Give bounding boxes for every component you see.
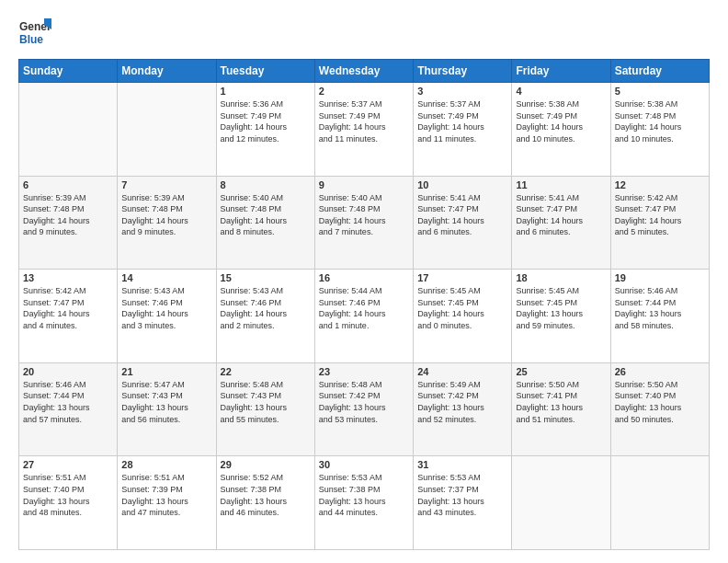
day-number: 7 <box>121 179 211 190</box>
calendar-cell: 13Sunrise: 5:42 AM Sunset: 7:47 PM Dayli… <box>19 270 118 363</box>
calendar-cell: 25Sunrise: 5:50 AM Sunset: 7:41 PM Dayli… <box>512 362 610 456</box>
day-info: Sunrise: 5:39 AM Sunset: 7:48 PM Dayligh… <box>121 192 211 238</box>
day-number: 31 <box>417 459 507 470</box>
day-number: 19 <box>615 272 705 283</box>
calendar-cell: 10Sunrise: 5:41 AM Sunset: 7:47 PM Dayli… <box>414 176 512 270</box>
weekday-header-tuesday: Tuesday <box>216 60 314 83</box>
day-info: Sunrise: 5:38 AM Sunset: 7:48 PM Dayligh… <box>615 98 705 144</box>
day-number: 18 <box>516 272 606 283</box>
calendar-cell: 12Sunrise: 5:42 AM Sunset: 7:47 PM Dayli… <box>610 176 709 270</box>
day-number: 14 <box>121 272 211 283</box>
week-row-5: 27Sunrise: 5:51 AM Sunset: 7:40 PM Dayli… <box>19 456 710 550</box>
day-number: 25 <box>516 366 606 377</box>
day-info: Sunrise: 5:44 AM Sunset: 7:46 PM Dayligh… <box>319 285 409 331</box>
day-info: Sunrise: 5:50 AM Sunset: 7:40 PM Dayligh… <box>615 379 705 425</box>
day-info: Sunrise: 5:42 AM Sunset: 7:47 PM Dayligh… <box>615 192 705 238</box>
calendar-cell: 28Sunrise: 5:51 AM Sunset: 7:39 PM Dayli… <box>118 456 216 550</box>
weekday-header-friday: Friday <box>512 60 610 83</box>
day-info: Sunrise: 5:45 AM Sunset: 7:45 PM Dayligh… <box>417 285 507 331</box>
day-number: 26 <box>615 366 705 377</box>
day-info: Sunrise: 5:40 AM Sunset: 7:48 PM Dayligh… <box>221 192 311 238</box>
calendar-cell: 24Sunrise: 5:49 AM Sunset: 7:42 PM Dayli… <box>414 362 512 456</box>
day-info: Sunrise: 5:43 AM Sunset: 7:46 PM Dayligh… <box>121 285 211 331</box>
day-number: 12 <box>615 179 705 190</box>
day-number: 30 <box>319 459 409 470</box>
weekday-header-sunday: Sunday <box>19 60 118 83</box>
day-number: 9 <box>319 179 409 190</box>
calendar-cell: 9Sunrise: 5:40 AM Sunset: 7:48 PM Daylig… <box>314 176 413 270</box>
day-info: Sunrise: 5:41 AM Sunset: 7:47 PM Dayligh… <box>516 192 606 238</box>
day-info: Sunrise: 5:53 AM Sunset: 7:37 PM Dayligh… <box>417 472 507 518</box>
calendar-cell: 31Sunrise: 5:53 AM Sunset: 7:37 PM Dayli… <box>414 456 512 550</box>
day-number: 10 <box>417 179 507 190</box>
calendar-cell: 29Sunrise: 5:52 AM Sunset: 7:38 PM Dayli… <box>216 456 314 550</box>
calendar-cell <box>118 83 216 177</box>
day-info: Sunrise: 5:37 AM Sunset: 7:49 PM Dayligh… <box>319 98 409 144</box>
day-info: Sunrise: 5:49 AM Sunset: 7:42 PM Dayligh… <box>417 379 507 425</box>
day-number: 15 <box>221 272 311 283</box>
day-info: Sunrise: 5:48 AM Sunset: 7:43 PM Dayligh… <box>221 379 311 425</box>
page: General Blue SundayMondayTuesdayWednesda… <box>0 0 728 563</box>
calendar-cell: 16Sunrise: 5:44 AM Sunset: 7:46 PM Dayli… <box>314 270 413 363</box>
day-number: 8 <box>221 179 311 190</box>
calendar-cell: 20Sunrise: 5:46 AM Sunset: 7:44 PM Dayli… <box>19 362 118 456</box>
week-row-2: 6Sunrise: 5:39 AM Sunset: 7:48 PM Daylig… <box>19 176 710 270</box>
day-info: Sunrise: 5:43 AM Sunset: 7:46 PM Dayligh… <box>221 285 311 331</box>
calendar-cell: 5Sunrise: 5:38 AM Sunset: 7:48 PM Daylig… <box>610 83 709 177</box>
week-row-1: 1Sunrise: 5:36 AM Sunset: 7:49 PM Daylig… <box>19 83 710 177</box>
day-info: Sunrise: 5:40 AM Sunset: 7:48 PM Dayligh… <box>319 192 409 238</box>
weekday-header-row: SundayMondayTuesdayWednesdayThursdayFrid… <box>19 60 710 83</box>
calendar-cell: 21Sunrise: 5:47 AM Sunset: 7:43 PM Dayli… <box>118 362 216 456</box>
day-info: Sunrise: 5:47 AM Sunset: 7:43 PM Dayligh… <box>121 379 211 425</box>
day-info: Sunrise: 5:39 AM Sunset: 7:48 PM Dayligh… <box>23 192 113 238</box>
weekday-header-saturday: Saturday <box>610 60 709 83</box>
day-info: Sunrise: 5:51 AM Sunset: 7:39 PM Dayligh… <box>121 472 211 518</box>
day-number: 24 <box>417 366 507 377</box>
day-number: 2 <box>319 86 409 97</box>
day-number: 21 <box>121 366 211 377</box>
calendar-cell: 3Sunrise: 5:37 AM Sunset: 7:49 PM Daylig… <box>414 83 512 177</box>
day-number: 6 <box>23 179 113 190</box>
day-info: Sunrise: 5:41 AM Sunset: 7:47 PM Dayligh… <box>417 192 507 238</box>
day-number: 20 <box>23 366 113 377</box>
calendar-cell: 8Sunrise: 5:40 AM Sunset: 7:48 PM Daylig… <box>216 176 314 270</box>
day-info: Sunrise: 5:36 AM Sunset: 7:49 PM Dayligh… <box>221 98 311 144</box>
calendar-cell: 11Sunrise: 5:41 AM Sunset: 7:47 PM Dayli… <box>512 176 610 270</box>
day-number: 4 <box>516 86 606 97</box>
weekday-header-wednesday: Wednesday <box>314 60 413 83</box>
calendar-cell: 4Sunrise: 5:38 AM Sunset: 7:49 PM Daylig… <box>512 83 610 177</box>
calendar-cell: 14Sunrise: 5:43 AM Sunset: 7:46 PM Dayli… <box>118 270 216 363</box>
calendar-cell: 7Sunrise: 5:39 AM Sunset: 7:48 PM Daylig… <box>118 176 216 270</box>
day-info: Sunrise: 5:52 AM Sunset: 7:38 PM Dayligh… <box>221 472 311 518</box>
day-info: Sunrise: 5:42 AM Sunset: 7:47 PM Dayligh… <box>23 285 113 331</box>
calendar-cell: 26Sunrise: 5:50 AM Sunset: 7:40 PM Dayli… <box>610 362 709 456</box>
day-number: 13 <box>23 272 113 283</box>
calendar-cell: 22Sunrise: 5:48 AM Sunset: 7:43 PM Dayli… <box>216 362 314 456</box>
calendar-cell <box>19 83 118 177</box>
day-number: 5 <box>615 86 705 97</box>
week-row-3: 13Sunrise: 5:42 AM Sunset: 7:47 PM Dayli… <box>19 270 710 363</box>
week-row-4: 20Sunrise: 5:46 AM Sunset: 7:44 PM Dayli… <box>19 362 710 456</box>
calendar-cell <box>610 456 709 550</box>
calendar-cell: 15Sunrise: 5:43 AM Sunset: 7:46 PM Dayli… <box>216 270 314 363</box>
day-info: Sunrise: 5:53 AM Sunset: 7:38 PM Dayligh… <box>319 472 409 518</box>
day-info: Sunrise: 5:51 AM Sunset: 7:40 PM Dayligh… <box>23 472 113 518</box>
calendar-table: SundayMondayTuesdayWednesdayThursdayFrid… <box>18 59 710 550</box>
svg-text:Blue: Blue <box>19 33 43 46</box>
weekday-header-monday: Monday <box>118 60 216 83</box>
day-number: 23 <box>319 366 409 377</box>
weekday-header-thursday: Thursday <box>414 60 512 83</box>
day-number: 17 <box>417 272 507 283</box>
day-info: Sunrise: 5:37 AM Sunset: 7:49 PM Dayligh… <box>417 98 507 144</box>
day-info: Sunrise: 5:48 AM Sunset: 7:42 PM Dayligh… <box>319 379 409 425</box>
calendar-cell: 1Sunrise: 5:36 AM Sunset: 7:49 PM Daylig… <box>216 83 314 177</box>
day-number: 1 <box>221 86 311 97</box>
calendar-cell: 18Sunrise: 5:45 AM Sunset: 7:45 PM Dayli… <box>512 270 610 363</box>
day-number: 29 <box>221 459 311 470</box>
day-info: Sunrise: 5:46 AM Sunset: 7:44 PM Dayligh… <box>23 379 113 425</box>
day-info: Sunrise: 5:38 AM Sunset: 7:49 PM Dayligh… <box>516 98 606 144</box>
calendar-cell: 23Sunrise: 5:48 AM Sunset: 7:42 PM Dayli… <box>314 362 413 456</box>
calendar-cell <box>512 456 610 550</box>
calendar-cell: 2Sunrise: 5:37 AM Sunset: 7:49 PM Daylig… <box>314 83 413 177</box>
day-number: 22 <box>221 366 311 377</box>
